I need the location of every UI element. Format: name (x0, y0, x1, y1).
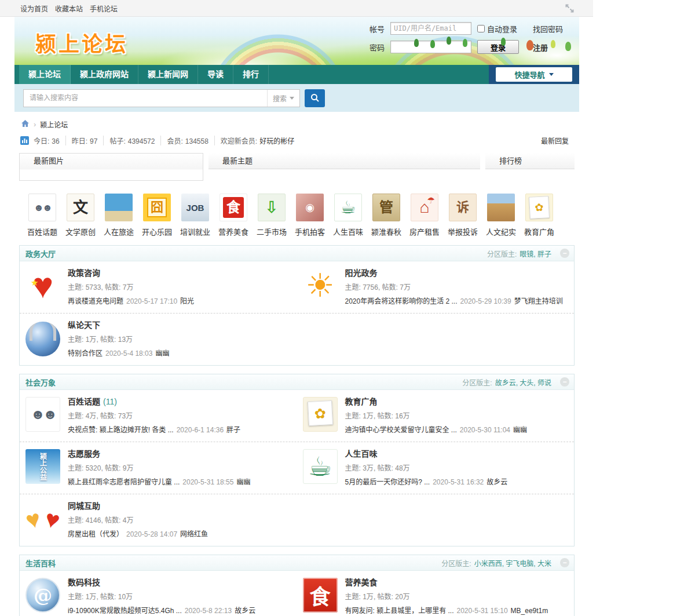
section-title[interactable]: 政务大厅 (25, 248, 56, 259)
forum-link[interactable]: 人生百味 (345, 449, 378, 458)
food-icon[interactable] (303, 578, 338, 613)
lastpost-link[interactable]: 再谈楼道充电问题 (68, 297, 123, 305)
account-input[interactable] (390, 22, 471, 35)
quick-forum-item[interactable]: 人文纪实 (482, 194, 520, 237)
lastpost-link[interactable]: 特别合作区 (68, 349, 103, 358)
collapse-icon[interactable] (560, 558, 569, 567)
quick-forum-item[interactable]: ⇩二手市场 (253, 194, 291, 237)
quick-forum-item[interactable]: ☻☻百姓话题 (23, 194, 61, 237)
forum-link[interactable]: 数码科技 (68, 578, 100, 587)
section-title[interactable]: 生活百科 (25, 557, 56, 568)
moderator-links[interactable]: 故乡云, 大头, 师说 (495, 377, 551, 387)
at-globe-icon[interactable] (25, 578, 60, 613)
forum-link[interactable]: 阳光政务 (345, 268, 378, 278)
forum-stats: 主题: 1万, 帖数: 13万 (68, 334, 169, 344)
forum-row: 纵论天下 主题: 1万, 帖数: 13万 特别合作区2020-5-4 18:03… (20, 314, 574, 365)
latest-reply-link[interactable]: 最新回复 (541, 136, 569, 145)
lastpost-user-link[interactable]: 幽幽 (236, 478, 250, 486)
nav-item-news[interactable]: 颍上新闻网 (138, 65, 198, 84)
lastpost-user-link[interactable]: 故乡云 (487, 478, 507, 486)
tab-latest-images[interactable]: 最新图片 (19, 153, 203, 181)
heart-flag-icon[interactable] (25, 268, 60, 303)
lastpost-user-link[interactable]: 幽幽 (513, 426, 527, 434)
quick-forum-item[interactable]: ☕人生百味 (329, 194, 367, 237)
moderator-links[interactable]: 眼镜, 胖子 (520, 249, 551, 258)
forum-link[interactable]: 教育广角 (345, 397, 378, 406)
login-form: 帐号 自动登录 找回密码 密码 登录 注册 (370, 22, 563, 54)
polaroid-icon[interactable] (303, 397, 338, 432)
lastpost-user-link[interactable]: 梦飞翔主持培训 (514, 297, 563, 305)
tab-ranking[interactable]: 排行榜 (485, 153, 575, 169)
search-input[interactable] (24, 90, 267, 107)
people-icon[interactable] (25, 397, 60, 432)
tab-latest-topics[interactable]: 最新主题 (209, 153, 480, 169)
quick-forum-item[interactable]: ◉手机拍客 (291, 194, 329, 237)
forum-row: 数码科技 主题: 1万, 帖数: 10万 i9-10900K常规散热超频可达5.… (20, 571, 574, 616)
quick-forum-item[interactable]: 文文学原创 (61, 194, 100, 237)
sun-icon[interactable] (303, 268, 338, 303)
lastpost-user-link[interactable]: 故乡云 (235, 607, 255, 615)
nav-item-ranking[interactable]: 排行 (233, 65, 269, 84)
home-icon[interactable] (21, 119, 30, 129)
lastpost-link[interactable]: 2020年两会将这样影响你的生活 2 ... (345, 297, 458, 305)
login-button[interactable]: 登录 (477, 40, 519, 54)
fullscreen-icon[interactable] (565, 4, 574, 13)
nav-item-forum[interactable]: 颍上论坛 (19, 65, 71, 84)
lastpost-link[interactable]: i9-10900K常规散热超频可达5.4Gh ... (68, 607, 182, 615)
search-button[interactable] (305, 89, 325, 107)
find-password-link[interactable]: 找回密码 (533, 23, 563, 34)
register-link[interactable]: 注册 (533, 42, 563, 53)
forum-link[interactable]: 政策咨询 (68, 268, 100, 278)
moderator-links[interactable]: 小米西西, 宇飞电脑, 大米 (474, 558, 551, 568)
quick-forum-item[interactable]: 人在旅途 (100, 194, 138, 237)
lastpost-user-link[interactable]: 阳光 (180, 297, 194, 305)
site-logo[interactable]: 颍上论坛 (35, 27, 128, 57)
charity-poster-icon[interactable] (25, 449, 60, 484)
lastpost-link[interactable]: 有网友问: 颍上县城里，上哪里有 ... (345, 607, 454, 615)
forum-lastpost: 2020年两会将这样影响你的生活 2 ...2020-5-29 10:39梦飞翔… (345, 296, 563, 305)
collapse-icon[interactable] (560, 377, 569, 387)
lastpost-user-link[interactable]: 胖子 (226, 426, 240, 434)
forum-link[interactable]: 同城互助 (68, 501, 100, 511)
bookmark-link[interactable]: 收藏本站 (55, 3, 83, 13)
section-title[interactable]: 社会万象 (25, 377, 56, 388)
password-input[interactable] (390, 41, 471, 53)
search-scope-dropdown[interactable]: 搜索 (267, 90, 299, 107)
lastpost-user-link[interactable]: 幽幽 (155, 349, 169, 358)
auto-login-checkbox[interactable]: 自动登录 (477, 23, 527, 34)
forum-link[interactable]: 志愿服务 (68, 449, 100, 458)
quick-forum-item[interactable]: 管颍淮春秋 (367, 194, 405, 237)
quick-forum-item[interactable]: 食营养美食 (214, 194, 253, 237)
handshake-heart-icon[interactable] (25, 501, 60, 536)
quick-forum-item[interactable]: 囧开心乐园 (138, 194, 176, 237)
set-homepage-link[interactable]: 设为首页 (20, 3, 48, 13)
forum-link[interactable]: 纵论天下 (68, 320, 100, 330)
lastpost-user-link[interactable]: MB_ee9t1m (511, 607, 548, 615)
mobile-forum-link[interactable]: 手机论坛 (90, 3, 118, 13)
nav-item-guide[interactable]: 导读 (198, 65, 233, 84)
globe-headset-icon[interactable] (25, 322, 60, 356)
account-label: 帐号 (370, 23, 385, 34)
forum-link[interactable]: 营养美食 (345, 578, 378, 587)
lastpost-link[interactable]: 房屋出租（代发） (68, 530, 123, 538)
forum-row: 百姓话题(11) 主题: 4万, 帖数: 73万 央视点赞: 颍上路边摊开放! … (20, 390, 574, 442)
collapse-icon[interactable] (560, 249, 569, 258)
quick-forum-item[interactable]: JOB培训就业 (176, 194, 214, 237)
nav-item-gov-site[interactable]: 颍上政府网站 (71, 65, 138, 84)
lastpost-link[interactable]: 颍上县红雨伞志愿者陪护留守儿童 ... (68, 478, 180, 486)
quick-forum-item[interactable]: ⌂房产租售 (405, 194, 444, 237)
quick-forum-item[interactable]: ✿教育广角 (520, 194, 558, 237)
quick-nav-button[interactable]: 快捷导航 (496, 67, 572, 82)
quick-forum-item[interactable]: 诉举报投诉 (444, 194, 482, 237)
lastpost-link[interactable]: 央视点赞: 颍上路边摊开放! 各类 ... (68, 426, 174, 434)
realty-icon: ⌂ (411, 194, 438, 221)
lastpost-link[interactable]: 迪沟镇中心学校关爱留守儿童安全 ... (345, 426, 457, 434)
lastpost-link[interactable]: 5月的最后一天你还好吗? ... (345, 478, 430, 486)
breadcrumb-current[interactable]: 颍上论坛 (40, 119, 68, 129)
teacup-icon[interactable] (303, 449, 338, 484)
forum-stats: 主题: 1万, 帖数: 16万 (345, 410, 528, 420)
new-member-link[interactable]: 好玩的彬仔 (259, 137, 294, 145)
forum-link[interactable]: 百姓话题 (68, 397, 100, 406)
lastpost-user-link[interactable]: 网络红鱼 (180, 530, 208, 538)
auto-login-box[interactable] (477, 25, 485, 32)
